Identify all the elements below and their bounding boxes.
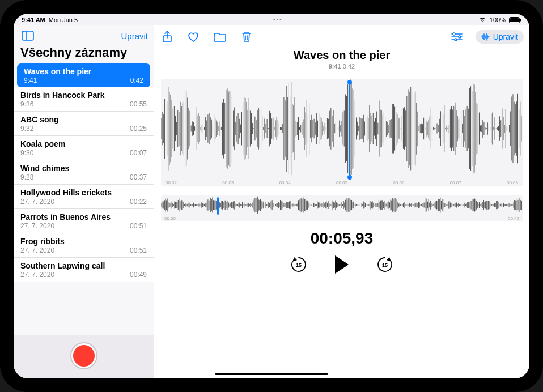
toggle-sidebar-button[interactable] [19, 28, 36, 43]
svg-rect-1 [510, 18, 519, 22]
recording-title[interactable]: Waves on the pier [154, 49, 529, 62]
recording-row-time: 9:36 [20, 100, 33, 108]
recording-row-title: Wind chimes [20, 164, 147, 173]
status-time: 9:41 AM [22, 16, 45, 23]
recording-row-duration: 00:25 [130, 125, 147, 133]
recording-row[interactable]: Birds in Hancock Park 9:3600:55 [14, 87, 154, 112]
recording-row[interactable]: Wind chimes 9:2800:37 [14, 160, 154, 185]
recording-row-duration: 00:51 [130, 222, 147, 230]
playback-controls: 15 15 [161, 254, 523, 286]
recording-row-duration: 00:51 [130, 246, 147, 254]
overview-playhead[interactable] [217, 197, 219, 215]
edit-recording-button[interactable]: Upravit [476, 30, 524, 44]
home-indicator[interactable] [215, 373, 328, 375]
battery-pct: 100% [490, 16, 506, 23]
svg-point-8 [455, 39, 457, 41]
svg-rect-3 [22, 31, 33, 40]
record-button[interactable] [71, 343, 96, 368]
recording-row-title: Frog ribbits [20, 237, 147, 246]
svg-point-7 [459, 36, 461, 38]
sidebar: Upravit Všechny záznamy Waves on the pie… [14, 25, 154, 378]
recording-row-title: Waves on the pier [24, 67, 143, 76]
sidebar-title: Všechny záznamy [14, 44, 154, 63]
time-ruler-main: 00:0200:0300:0400:0500:0600:0700:08 [161, 180, 523, 185]
recording-row-duration: 0:42 [130, 76, 143, 84]
recording-row-time: 9:32 [20, 125, 33, 133]
recording-row[interactable]: Parrots in Buenos Aires 27. 7. 202000:51 [14, 209, 154, 233]
recording-row-time: 27. 7. 2020 [20, 271, 54, 279]
recording-row-duration: 00:49 [130, 271, 147, 279]
recording-row-title: Koala poem [20, 139, 147, 148]
waveform-icon [481, 33, 490, 41]
recording-meta: 9:41 0:42 [154, 63, 529, 70]
recording-row-duration: 00:07 [130, 149, 147, 157]
skip-back-15-button[interactable]: 15 [290, 255, 308, 274]
detail-pane: Upravit Waves on the pier 9:41 0:42 00:0… [154, 25, 529, 378]
status-date: Mon Jun 5 [49, 16, 78, 23]
waveform-overview[interactable]: 00:00 00:42 [161, 195, 523, 221]
share-button[interactable] [160, 28, 175, 45]
svg-text:15: 15 [382, 262, 388, 268]
edit-recording-label: Upravit [493, 32, 518, 41]
sidebar-edit-button[interactable]: Upravit [121, 31, 148, 41]
playhead[interactable] [349, 82, 350, 177]
recording-row[interactable]: Southern Lapwing call 27. 7. 202000:49 [14, 258, 154, 282]
battery-icon [509, 17, 521, 23]
skip-forward-15-button[interactable]: 15 [376, 255, 394, 274]
status-bar: 9:41 AM Mon Jun 5 ••• 100% [14, 14, 529, 25]
time-ruler-mini: 00:00 00:42 [164, 216, 519, 221]
recording-row-time: 27. 7. 2020 [20, 246, 54, 254]
recording-row-title: Hollywood Hills crickets [20, 188, 147, 197]
record-bar [14, 335, 154, 378]
folder-button[interactable] [212, 29, 229, 44]
waveform-main[interactable]: 00:0200:0300:0400:0500:0600:0700:08 [161, 79, 523, 186]
recording-row-title: Birds in Hancock Park [20, 91, 147, 100]
recording-row-title: ABC song [20, 115, 147, 124]
multitask-indicator[interactable]: ••• [273, 18, 283, 22]
recording-row-time: 9:30 [20, 149, 33, 157]
delete-button[interactable] [239, 28, 254, 45]
recording-row[interactable]: ABC song 9:3200:25 [14, 112, 154, 136]
svg-rect-2 [520, 19, 521, 21]
svg-text:15: 15 [296, 262, 302, 268]
detail-toolbar: Upravit [154, 25, 529, 46]
recording-row[interactable]: Hollywood Hills crickets 27. 7. 202000:2… [14, 185, 154, 209]
recording-row[interactable]: Frog ribbits 27. 7. 202000:51 [14, 233, 154, 258]
recording-row-time: 27. 7. 2020 [20, 198, 54, 206]
recording-row[interactable]: Waves on the pier 9:410:42 [17, 63, 150, 87]
recording-row-duration: 00:22 [130, 198, 147, 206]
recording-row-title: Parrots in Buenos Aires [20, 212, 147, 221]
recording-row-duration: 00:37 [130, 173, 147, 181]
recording-row-time: 9:41 [24, 76, 37, 84]
recordings-list[interactable]: Waves on the pier 9:410:42Birds in Hanco… [14, 63, 154, 335]
recording-row-duration: 00:55 [130, 100, 147, 108]
playback-options-button[interactable] [448, 29, 465, 44]
recording-row-time: 27. 7. 2020 [20, 222, 54, 230]
favorite-button[interactable] [185, 29, 202, 45]
time-display: 00:05,93 [161, 229, 523, 248]
recording-row-time: 9:28 [20, 173, 33, 181]
recording-row[interactable]: Koala poem 9:3000:07 [14, 136, 154, 160]
recording-row-title: Southern Lapwing call [20, 261, 147, 270]
svg-point-6 [453, 33, 455, 35]
play-button[interactable] [333, 254, 351, 275]
wifi-icon [478, 17, 486, 23]
